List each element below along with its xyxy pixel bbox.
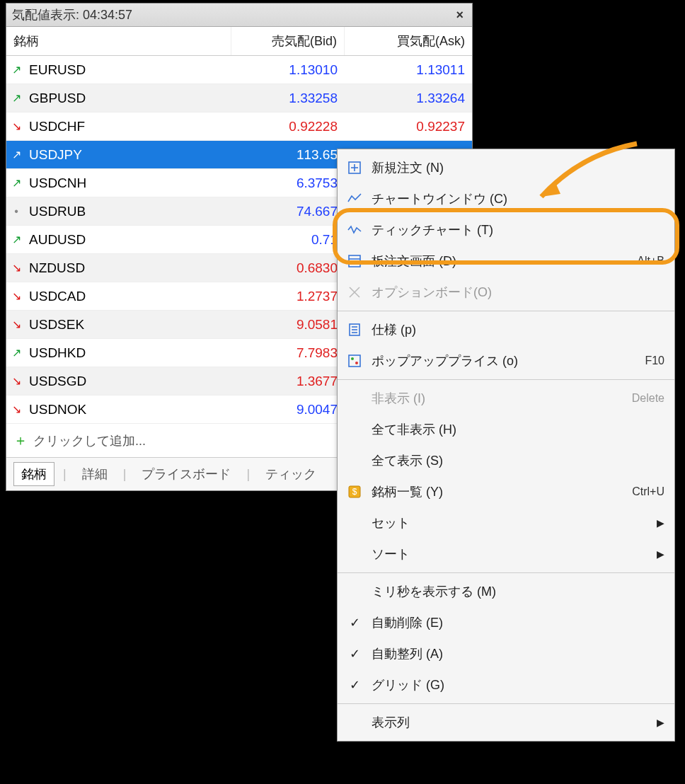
submenu-arrow-icon: ▶ — [657, 517, 664, 529]
trend-down-icon: ↘ — [6, 374, 26, 388]
trend-down-icon: ↘ — [6, 120, 26, 133]
ask-value: 1.13011 — [345, 62, 472, 78]
bid-value: 6.3753 — [231, 175, 345, 191]
context-menu: 新規注文 (N) チャートウインドウ (C) ティックチャート (T) 板注文画… — [337, 149, 675, 742]
menu-option-board: オプションボード(O) — [338, 277, 674, 308]
menu-divider — [338, 311, 674, 311]
menu-tick-chart[interactable]: ティックチャート (T) — [338, 214, 674, 246]
bid-value: 74.667 — [231, 204, 345, 219]
panel-title: 気配値表示: 04:34:57 — [12, 6, 132, 23]
symbol-name: NZDUSD — [26, 260, 231, 276]
symbol-name: EURUSD — [26, 62, 231, 78]
symbol-name: USDCHF — [26, 119, 231, 134]
symbols-icon: $ — [345, 484, 364, 500]
tab-tick[interactable]: ティック — [258, 463, 323, 485]
tick-chart-icon — [345, 222, 364, 238]
check-icon: ✓ — [345, 615, 364, 630]
ask-value: 1.33264 — [345, 91, 472, 106]
menu-depth-market[interactable]: 板注文画面 (D) Alt+B — [338, 246, 674, 277]
menu-specification[interactable]: 仕様 (p) — [338, 314, 674, 345]
menu-divider — [338, 572, 674, 573]
submenu-arrow-icon: ▶ — [657, 548, 664, 560]
bid-value: 0.92228 — [231, 119, 345, 134]
tab-priceboard[interactable]: プライスボード — [134, 463, 238, 485]
menu-popup-prices[interactable]: ポップアッププライス (o) F10 — [338, 345, 674, 376]
bid-value: 1.13010 — [231, 62, 345, 78]
trend-down-icon: ↘ — [6, 403, 26, 416]
menu-new-order[interactable]: 新規注文 (N) — [338, 152, 674, 183]
menu-chart-window[interactable]: チャートウインドウ (C) — [338, 183, 674, 214]
symbol-name: USDCNH — [26, 175, 231, 191]
svg-rect-12 — [349, 355, 360, 367]
symbol-name: USDRUB — [26, 204, 231, 219]
trend-dot-icon: • — [6, 205, 26, 218]
menu-divider — [338, 703, 674, 704]
menu-auto-delete[interactable]: ✓ 自動削除 (E) — [338, 607, 674, 638]
menu-columns[interactable]: 表示列 ▶ — [338, 707, 674, 738]
popup-icon — [345, 353, 364, 369]
svg-rect-3 — [349, 255, 360, 267]
header-ask[interactable]: 買気配(Ask) — [345, 27, 472, 55]
menu-auto-arrange[interactable]: ✓ 自動整列 (A) — [338, 638, 674, 669]
trend-down-icon: ↘ — [6, 318, 26, 331]
option-board-icon — [345, 284, 364, 300]
table-row[interactable]: ↗GBPUSD1.332581.33264 — [6, 84, 472, 113]
bid-value: 0.6830 — [231, 260, 345, 276]
tab-symbols[interactable]: 銘柄 — [13, 462, 54, 486]
trend-up-icon: ↗ — [6, 91, 26, 105]
menu-sort[interactable]: ソート ▶ — [338, 538, 674, 570]
spec-icon — [345, 322, 364, 338]
menu-show-all[interactable]: 全て表示 (S) — [338, 445, 674, 476]
trend-up-icon: ↗ — [6, 233, 26, 246]
symbol-name: USDJPY — [26, 147, 231, 163]
trend-down-icon: ↘ — [6, 261, 26, 275]
depth-icon — [345, 253, 364, 269]
ask-value: 0.92237 — [345, 119, 472, 134]
svg-point-14 — [355, 362, 358, 364]
menu-grid[interactable]: ✓ グリッド (G) — [338, 669, 674, 701]
svg-text:$: $ — [352, 487, 357, 497]
menu-hide: 非表示 (I) Delete — [338, 383, 674, 414]
table-header: 銘柄 売気配(Bid) 買気配(Ask) — [6, 27, 472, 56]
table-row[interactable]: ↗EURUSD1.130101.13011 — [6, 56, 472, 84]
add-symbol-label: クリックして追加... — [33, 432, 146, 449]
menu-hide-all[interactable]: 全て非表示 (H) — [338, 414, 674, 445]
header-bid[interactable]: 売気配(Bid) — [231, 27, 345, 55]
new-order-icon — [345, 160, 364, 175]
symbol-name: GBPUSD — [26, 91, 231, 106]
table-row[interactable]: ↘USDCHF0.922280.92237 — [6, 113, 472, 141]
menu-set[interactable]: セット ▶ — [338, 507, 674, 538]
symbol-name: USDHKD — [26, 345, 231, 361]
trend-up-icon: ↗ — [6, 63, 26, 76]
bid-value: 9.0581 — [231, 317, 345, 333]
menu-divider — [338, 379, 674, 380]
menu-symbols-list[interactable]: $ 銘柄一覧 (Y) Ctrl+U — [338, 476, 674, 507]
trend-up-icon: ↗ — [6, 176, 26, 190]
trend-up-icon: ↗ — [6, 346, 26, 359]
symbol-name: USDCAD — [26, 289, 231, 304]
bid-value: 1.33258 — [231, 91, 345, 106]
check-icon: ✓ — [345, 646, 364, 662]
symbol-name: USDSEK — [26, 317, 231, 333]
chart-window-icon — [345, 191, 364, 207]
symbol-name: AUDUSD — [26, 232, 231, 248]
trend-up-icon: ↗ — [6, 148, 26, 161]
panel-titlebar: 気配値表示: 04:34:57 × — [6, 4, 472, 27]
close-icon[interactable]: × — [453, 8, 466, 23]
plus-icon: ＋ — [13, 431, 28, 450]
symbol-name: USDSGD — [26, 374, 231, 389]
bid-value: 1.3677 — [231, 374, 345, 389]
submenu-arrow-icon: ▶ — [657, 717, 664, 728]
symbol-name: USDNOK — [26, 402, 231, 417]
check-icon: ✓ — [345, 677, 364, 693]
svg-point-13 — [351, 357, 354, 360]
menu-show-ms[interactable]: ミリ秒を表示する (M) — [338, 576, 674, 607]
bid-value: 7.7983 — [231, 345, 345, 361]
bid-value: 9.0047 — [231, 402, 345, 417]
bid-value: 1.2737 — [231, 289, 345, 304]
tab-details[interactable]: 詳細 — [75, 463, 115, 485]
bid-value: 113.65 — [231, 147, 345, 163]
header-symbol[interactable]: 銘柄 — [6, 27, 231, 55]
bid-value: 0.71 — [231, 232, 345, 248]
trend-down-icon: ↘ — [6, 289, 26, 303]
